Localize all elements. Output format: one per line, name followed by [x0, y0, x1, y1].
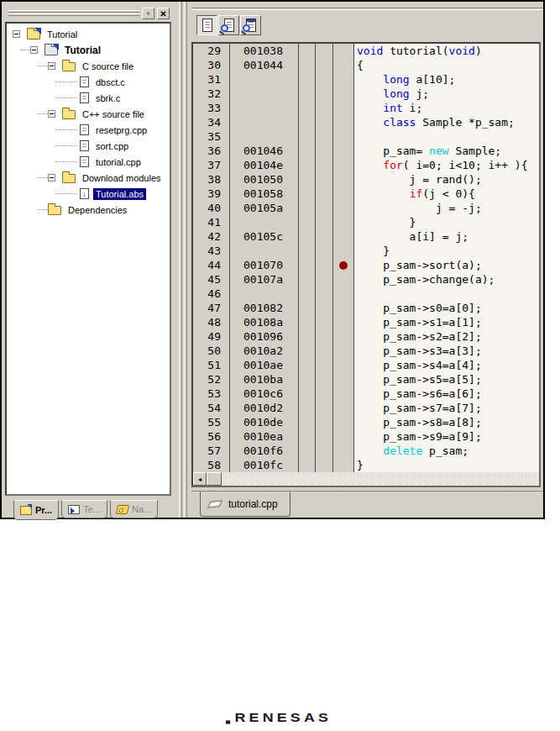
- event-condition-column[interactable]: [316, 415, 333, 429]
- breakpoint-column[interactable]: [333, 244, 354, 258]
- event-column[interactable]: [299, 387, 316, 401]
- event-column[interactable]: [299, 44, 316, 58]
- code-text[interactable]: p_sam->change(a);: [354, 272, 539, 287]
- breakpoint-column[interactable]: [333, 287, 354, 301]
- event-column[interactable]: [299, 372, 316, 387]
- tree-item[interactable]: Tutorial: [7, 26, 170, 42]
- tree-expander-icon[interactable]: [48, 110, 55, 118]
- code-text[interactable]: delete p_sam;: [354, 444, 539, 458]
- code-text[interactable]: p_sam->sort(a);: [354, 258, 539, 272]
- tree-expander-icon[interactable]: [48, 174, 55, 181]
- code-text[interactable]: p_sam->s5=a[5];: [354, 372, 539, 387]
- breakpoint-column[interactable]: [333, 387, 354, 401]
- horizontal-scrollbar[interactable]: ◄: [193, 472, 539, 486]
- breakpoint-column[interactable]: [333, 44, 354, 58]
- breakpoint-column[interactable]: [333, 429, 354, 444]
- event-column[interactable]: [299, 187, 316, 201]
- code-text[interactable]: p_sam->s0=a[0];: [354, 301, 539, 315]
- breakpoint-column[interactable]: [333, 115, 354, 129]
- breakpoint-column[interactable]: [333, 329, 354, 344]
- breakpoint-column[interactable]: [333, 301, 354, 315]
- code-text[interactable]: for( i=0; i<10; i++ ){: [354, 158, 539, 172]
- breakpoint-column[interactable]: [333, 187, 354, 201]
- workspace-tab-projects[interactable]: Pr...: [13, 500, 59, 520]
- breakpoint-column[interactable]: [333, 58, 354, 72]
- code-text[interactable]: if(j < 0){: [354, 187, 539, 201]
- event-column[interactable]: [299, 429, 316, 444]
- breakpoint-column[interactable]: [333, 272, 354, 287]
- event-condition-column[interactable]: [316, 87, 333, 101]
- scrollbar-thumb[interactable]: [207, 472, 222, 486]
- breakpoint-column[interactable]: [333, 72, 354, 87]
- scroll-left-icon[interactable]: ◄: [193, 472, 207, 486]
- code-text[interactable]: int i;: [354, 101, 539, 115]
- event-condition-column[interactable]: [316, 444, 333, 458]
- tree-item[interactable]: C++ source file: [7, 106, 170, 122]
- event-column[interactable]: [299, 287, 316, 301]
- event-column[interactable]: [299, 315, 316, 329]
- event-column[interactable]: [299, 329, 316, 344]
- workspace-tab-navigation[interactable]: Na...: [110, 500, 158, 518]
- code-text[interactable]: }: [354, 244, 539, 258]
- workspace-tree[interactable]: Tutorial Tutorial C source file dbsct.c …: [5, 22, 171, 496]
- event-condition-column[interactable]: [316, 58, 333, 72]
- code-text[interactable]: long a[10];: [354, 72, 539, 87]
- workspace-titlebar[interactable]: ▾ ✕: [3, 6, 173, 21]
- event-condition-column[interactable]: [316, 201, 333, 215]
- event-condition-column[interactable]: [316, 344, 333, 358]
- event-condition-column[interactable]: [316, 301, 333, 315]
- code-text[interactable]: j = rand();: [354, 172, 539, 187]
- code-text[interactable]: p_sam->s9=a[9];: [354, 429, 539, 444]
- code-text[interactable]: long j;: [354, 87, 539, 101]
- panel-close-button[interactable]: ✕: [157, 8, 170, 19]
- event-condition-column[interactable]: [316, 372, 333, 387]
- tree-item[interactable]: sort.cpp: [7, 138, 170, 154]
- breakpoint-column[interactable]: [333, 344, 354, 358]
- event-column[interactable]: [299, 158, 316, 172]
- titlebar-gripper[interactable]: [8, 10, 139, 13]
- breakpoint-column[interactable]: [333, 229, 354, 244]
- code-text[interactable]: class Sample *p_sam;: [354, 115, 539, 129]
- event-condition-column[interactable]: [316, 401, 333, 415]
- event-condition-column[interactable]: [316, 258, 333, 272]
- tree-item[interactable]: tutorial.cpp: [7, 154, 170, 170]
- mixed-view-button[interactable]: [240, 15, 261, 35]
- event-condition-column[interactable]: [316, 115, 333, 129]
- disassembly-view-button[interactable]: [218, 15, 239, 35]
- code-text[interactable]: p_sam->s1=a[1];: [354, 315, 539, 329]
- breakpoint-column[interactable]: [333, 415, 354, 429]
- event-column[interactable]: [299, 458, 316, 472]
- event-column[interactable]: [299, 72, 316, 87]
- breakpoint-dot[interactable]: [339, 261, 348, 270]
- tree-item[interactable]: C source file: [7, 58, 170, 74]
- tree-item[interactable]: Download modules: [7, 170, 170, 186]
- tree-item[interactable]: resetprg.cpp: [7, 122, 170, 138]
- breakpoint-column[interactable]: [333, 358, 354, 372]
- event-condition-column[interactable]: [316, 429, 333, 444]
- tree-item[interactable]: sbrk.c: [7, 90, 170, 106]
- breakpoint-column[interactable]: [333, 101, 354, 115]
- panel-menu-button[interactable]: ▾: [142, 8, 154, 19]
- code-text[interactable]: p_sam->s7=a[7];: [354, 401, 539, 415]
- event-column[interactable]: [299, 144, 316, 158]
- breakpoint-column[interactable]: [333, 87, 354, 101]
- event-column[interactable]: [299, 215, 316, 229]
- event-condition-column[interactable]: [316, 187, 333, 201]
- event-column[interactable]: [299, 129, 316, 144]
- event-column[interactable]: [299, 415, 316, 429]
- code-text[interactable]: j = -j;: [354, 201, 539, 215]
- event-column[interactable]: [299, 87, 316, 101]
- tree-item[interactable]: ↓ Tutorial.abs: [7, 186, 170, 202]
- event-condition-column[interactable]: [316, 287, 333, 301]
- code-text[interactable]: {: [354, 58, 539, 72]
- event-column[interactable]: [299, 201, 316, 215]
- event-condition-column[interactable]: [316, 172, 333, 187]
- event-column[interactable]: [299, 301, 316, 315]
- breakpoint-column[interactable]: [333, 201, 354, 215]
- event-condition-column[interactable]: [316, 101, 333, 115]
- event-column[interactable]: [299, 358, 316, 372]
- event-condition-column[interactable]: [316, 229, 333, 244]
- event-column[interactable]: [299, 115, 316, 129]
- panel-splitter[interactable]: [175, 2, 191, 518]
- code-text[interactable]: p_sam->s4=a[4];: [354, 358, 539, 372]
